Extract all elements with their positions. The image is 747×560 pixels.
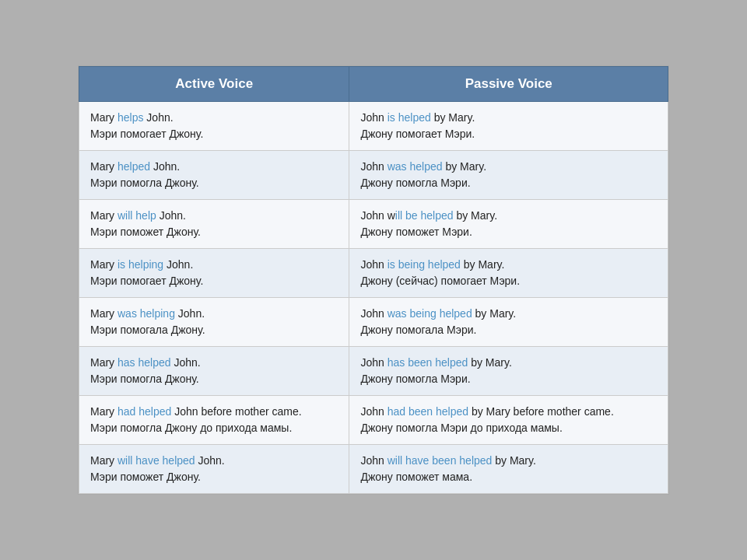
normal-text: John before mother came.	[171, 405, 301, 418]
translation-text: Мэри помогла Джону.	[90, 177, 199, 189]
highlighted-verb: had been helped	[388, 405, 468, 418]
highlighted-verb: will have been helped	[388, 454, 493, 467]
highlighted-verb: has helped	[117, 356, 171, 369]
normal-text: John	[360, 356, 387, 369]
translation-text: Мэри поможет Джону.	[90, 471, 201, 483]
normal-text: by Mary.	[454, 209, 498, 222]
highlighted-verb: was being helped	[388, 307, 472, 320]
highlighted-verb: helps	[117, 111, 143, 124]
table-row: Mary helped John.Мэри помогла Джону.John…	[79, 151, 668, 200]
active-cell: Mary helped John.Мэри помогла Джону.	[79, 151, 349, 200]
passive-cell: John was being helped by Mary.Джону помо…	[349, 298, 668, 347]
normal-text: John	[360, 160, 387, 173]
passive-cell: John will be helped by Mary.Джону поможе…	[349, 200, 668, 249]
normal-text: Mary	[90, 209, 117, 222]
normal-text: John.	[175, 307, 205, 320]
table-row: Mary is helping John.Мэри помогает Джону…	[79, 249, 668, 298]
active-cell: Mary will help John.Мэри поможет Джону.	[79, 200, 349, 249]
normal-text: by Mary before mother came.	[468, 405, 614, 418]
active-cell: Mary had helped John before mother came.…	[79, 396, 349, 445]
active-cell: Mary has helped John.Мэри помогла Джону.	[79, 347, 349, 396]
translation-text: Джону помогает Мэри.	[360, 128, 475, 140]
table-row: Mary had helped John before mother came.…	[79, 396, 668, 445]
highlighted-verb: was helping	[117, 307, 175, 320]
normal-text: John	[360, 454, 387, 467]
normal-text: John.	[171, 356, 201, 369]
table-header-row: Active Voice Passive Voice	[79, 67, 668, 102]
translation-text: Джону поможет мама.	[360, 471, 472, 483]
passive-cell: John had been helped by Mary before moth…	[349, 396, 668, 445]
active-voice-header: Active Voice	[79, 67, 349, 102]
normal-text: John	[360, 111, 387, 124]
normal-text: Mary	[90, 356, 117, 369]
normal-text: by Mary.	[492, 454, 536, 467]
highlighted-verb: had helped	[117, 405, 171, 418]
active-cell: Mary was helping John.Мэри помогала Джон…	[79, 298, 349, 347]
normal-text: John	[360, 405, 387, 418]
translation-text: Мэри помогает Джону.	[90, 275, 203, 287]
normal-text: John w	[360, 209, 395, 222]
passive-cell: John was helped by Mary.Джону помогла Мэ…	[349, 151, 668, 200]
table-row: Mary was helping John.Мэри помогала Джон…	[79, 298, 668, 347]
normal-text: John	[360, 258, 387, 271]
normal-text: John.	[163, 258, 193, 271]
active-cell: Mary will have helped John.Мэри поможет …	[79, 445, 349, 494]
highlighted-verb: will help	[117, 209, 156, 222]
table-row: Mary has helped John.Мэри помогла Джону.…	[79, 347, 668, 396]
translation-text: Мэри поможет Джону.	[90, 226, 201, 238]
highlighted-verb: ill be helped	[395, 209, 454, 222]
highlighted-verb: was helped	[388, 160, 443, 173]
translation-text: Мэри помогла Джону до прихода мамы.	[90, 422, 292, 434]
passive-cell: John is being helped by Mary.Джону (сейч…	[349, 249, 668, 298]
normal-text: Mary	[90, 160, 117, 173]
translation-text: Мэри помогала Джону.	[90, 324, 205, 336]
normal-text: John.	[150, 160, 180, 173]
passive-cell: John will have been helped by Mary.Джону…	[349, 445, 668, 494]
table-row: Mary will have helped John.Мэри поможет …	[79, 445, 668, 494]
normal-text: by Mary.	[472, 307, 517, 320]
normal-text: by Mary.	[443, 160, 487, 173]
table-row: Mary will help John.Мэри поможет Джону.J…	[79, 200, 668, 249]
highlighted-verb: is being helped	[388, 258, 461, 271]
translation-text: Джону помогала Мэри.	[360, 324, 476, 336]
translation-text: Джону помогла Мэри.	[360, 177, 470, 189]
normal-text: John.	[143, 111, 173, 124]
highlighted-verb: has been helped	[388, 356, 468, 369]
passive-cell: John has been helped by Mary.Джону помог…	[349, 347, 668, 396]
passive-cell: John is helped by Mary.Джону помогает Мэ…	[349, 102, 668, 151]
normal-text: John	[360, 307, 387, 320]
normal-text: by Mary.	[468, 356, 512, 369]
normal-text: Mary	[90, 307, 117, 320]
passive-voice-header: Passive Voice	[349, 67, 668, 102]
translation-text: Джону помогла Мэри.	[360, 373, 470, 385]
voice-comparison-table: Active Voice Passive Voice Mary helps Jo…	[79, 66, 668, 494]
normal-text: by Mary.	[431, 111, 475, 124]
normal-text: John.	[195, 454, 225, 467]
active-cell: Mary is helping John.Мэри помогает Джону…	[79, 249, 349, 298]
translation-text: Джону (сейчас) помогает Мэри.	[360, 275, 520, 287]
translation-text: Мэри помогает Джону.	[90, 128, 203, 140]
main-table-container: Active Voice Passive Voice Mary helps Jo…	[78, 65, 669, 495]
normal-text: Mary	[90, 258, 117, 271]
highlighted-verb: is helped	[388, 111, 431, 124]
normal-text: by Mary.	[461, 258, 505, 271]
translation-text: Джону помогла Мэри до прихода мамы.	[360, 422, 562, 434]
translation-text: Мэри помогла Джону.	[90, 373, 199, 385]
highlighted-verb: helped	[117, 160, 150, 173]
highlighted-verb: will have helped	[117, 454, 195, 467]
normal-text: John.	[156, 209, 186, 222]
translation-text: Джону поможет Мэри.	[360, 226, 472, 238]
normal-text: Mary	[90, 111, 117, 124]
highlighted-verb: is helping	[117, 258, 163, 271]
normal-text: Mary	[90, 454, 117, 467]
normal-text: Mary	[90, 405, 117, 418]
active-cell: Mary helps John.Мэри помогает Джону.	[79, 102, 349, 151]
table-row: Mary helps John.Мэри помогает Джону.John…	[79, 102, 668, 151]
